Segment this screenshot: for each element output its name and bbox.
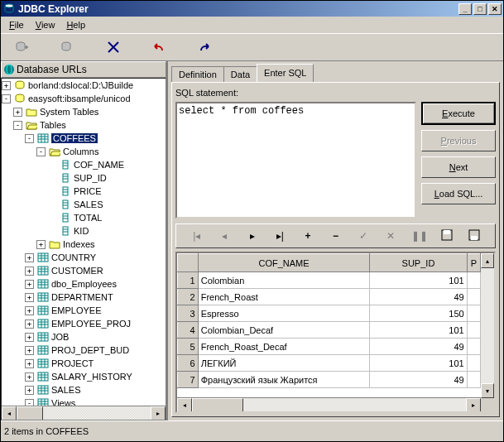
expand-toggle[interactable]: +	[25, 280, 34, 289]
table-row[interactable]: 2French_Roast49	[178, 289, 481, 305]
close-button[interactable]: ✕	[488, 3, 502, 15]
svg-rect-50	[38, 306, 48, 315]
right-pane: Definition Data Enter SQL SQL statement:…	[168, 61, 503, 420]
expand-toggle[interactable]: +	[25, 267, 34, 276]
tab-definition[interactable]: Definition	[171, 66, 224, 82]
tree-view[interactable]: +borland:dslocal:D:\JBuilde-easysoft:ibs…	[2, 79, 166, 406]
tab-enter-sql[interactable]: Enter SQL	[257, 64, 314, 82]
menu-file[interactable]: File	[4, 18, 29, 31]
tree-coffees[interactable]: -COFFEES	[2, 132, 166, 145]
next-button[interactable]: Next	[421, 156, 496, 178]
previous-button[interactable]: Previous	[421, 130, 496, 151]
svg-rect-91	[444, 230, 450, 234]
nav-post-icon[interactable]: ✓	[356, 230, 371, 242]
tree-customer[interactable]: +CUSTOMER	[2, 264, 166, 277]
tree-hscrollbar[interactable]: ◂▸	[2, 406, 166, 420]
tree-indexes[interactable]: +Indexes	[2, 238, 166, 251]
tab-data[interactable]: Data	[223, 66, 257, 82]
tree-col-sup_id[interactable]: SUP_ID	[2, 171, 166, 185]
table-row[interactable]: 3Espresso150	[178, 305, 481, 322]
svg-rect-65	[38, 346, 48, 354]
expand-toggle[interactable]: +	[2, 81, 11, 90]
tree-columns[interactable]: -Columns	[2, 145, 166, 158]
redo-icon[interactable]	[188, 36, 221, 58]
tree-db1[interactable]: +borland:dslocal:D:\JBuilde	[2, 79, 166, 92]
nav-next-icon[interactable]: ▸	[245, 230, 260, 242]
grid-col-SUP_ID[interactable]: SUP_ID	[370, 254, 467, 272]
expand-toggle[interactable]: +	[25, 372, 34, 382]
svg-rect-27	[63, 227, 68, 235]
nav-prev-icon[interactable]: ◂	[217, 230, 232, 242]
svg-rect-80	[38, 386, 48, 394]
minimize-button[interactable]: _	[458, 3, 472, 15]
tree-project[interactable]: +PROJECT	[2, 357, 166, 370]
nav-cancel-icon[interactable]: ✕	[383, 230, 398, 242]
nav-delete-icon[interactable]: −	[328, 230, 343, 242]
menu-help[interactable]: Help	[61, 18, 90, 31]
tree-col-total[interactable]: TOTAL	[2, 211, 166, 224]
tree-sales[interactable]: +SALES	[2, 383, 166, 396]
tree-country[interactable]: +COUNTRY	[2, 251, 166, 264]
tree-col-kid[interactable]: KID	[2, 224, 166, 238]
expand-toggle[interactable]: -	[2, 94, 11, 103]
svg-rect-60	[38, 333, 48, 341]
expand-toggle[interactable]: -	[36, 147, 46, 156]
tree-employee_proj[interactable]: +EMPLOYEE_PROJ	[2, 317, 166, 330]
expand-toggle[interactable]: +	[25, 359, 34, 368]
expand-toggle[interactable]: +	[25, 293, 34, 302]
expand-toggle[interactable]: +	[13, 108, 22, 117]
grid-col-P[interactable]: P	[467, 254, 480, 272]
expand-toggle[interactable]: +	[25, 306, 34, 315]
tree-systables[interactable]: +System Tables	[2, 105, 166, 118]
nav-first-icon[interactable]: |◂	[190, 230, 204, 242]
table-row[interactable]: 4Colombian_Decaf101	[178, 322, 481, 339]
grid-vscrollbar[interactable]: ▴▾	[481, 253, 494, 398]
svg-rect-30	[38, 253, 48, 262]
results-grid[interactable]: COF_NAMESUP_IDP 1Colombian1012French_Roa…	[175, 252, 496, 413]
tree-dbo_employees[interactable]: +dbo_Employees	[2, 277, 166, 291]
svg-rect-21	[63, 200, 68, 209]
nav-refresh-icon[interactable]	[467, 229, 482, 243]
table-row[interactable]: 1Colombian101	[178, 272, 481, 289]
expand-toggle[interactable]: +	[25, 386, 34, 395]
maximize-button[interactable]: □	[473, 3, 487, 15]
table-row[interactable]: 5French_Roast_Decaf49	[178, 339, 481, 355]
tree-job[interactable]: +JOB	[2, 330, 166, 344]
sql-textarea[interactable]: select * from coffees	[175, 102, 416, 219]
nav-insert-icon[interactable]: +	[300, 230, 315, 242]
expand-toggle[interactable]: +	[36, 240, 46, 249]
undo-icon[interactable]	[142, 36, 175, 58]
svg-rect-15	[63, 174, 68, 182]
tree-col-price[interactable]: PRICE	[2, 185, 166, 198]
db-open-icon[interactable]	[6, 36, 39, 58]
execute-button[interactable]: Execute	[421, 102, 496, 125]
tree-col-cof_name[interactable]: COF_NAME	[2, 158, 166, 171]
grid-col-COF_NAME[interactable]: COF_NAME	[198, 254, 370, 272]
db-refresh-icon[interactable]	[51, 36, 84, 58]
expand-toggle[interactable]: +	[25, 346, 34, 355]
delete-icon[interactable]	[97, 36, 130, 58]
grid-corner[interactable]	[178, 254, 199, 272]
menu-view[interactable]: View	[31, 18, 60, 31]
tree-db2[interactable]: -easysoft:ibsample/unicod	[2, 92, 166, 105]
tree-col-sales[interactable]: SALES	[2, 198, 166, 211]
expand-toggle[interactable]: -	[13, 121, 22, 130]
expand-toggle[interactable]: +	[25, 253, 34, 262]
load-sql-button[interactable]: Load SQL...	[421, 183, 496, 204]
nav-last-icon[interactable]: ▸|	[272, 230, 287, 242]
nav-pause-icon[interactable]: ❚❚	[411, 230, 426, 242]
expand-toggle[interactable]: +	[25, 319, 34, 329]
table-row[interactable]: 7Французский язык Жарится49	[178, 372, 481, 388]
tree-tables[interactable]: -Tables	[2, 118, 166, 132]
nav-save-icon[interactable]	[439, 229, 454, 243]
expand-toggle[interactable]: +	[25, 333, 34, 342]
grid-hscrollbar[interactable]: ◂▸	[177, 397, 481, 411]
tree-employee[interactable]: +EMPLOYEE	[2, 304, 166, 317]
tree-proj_dept_bud[interactable]: +PROJ_DEPT_BUD	[2, 344, 166, 357]
app-icon	[2, 2, 16, 16]
tree-salary_history[interactable]: +SALARY_HISTORY	[2, 370, 166, 383]
table-row[interactable]: 6ЛЕГКИЙ101	[178, 355, 481, 372]
expand-toggle[interactable]: -	[25, 134, 34, 143]
tree-department[interactable]: +DEPARTMENT	[2, 291, 166, 304]
svg-rect-55	[38, 319, 48, 328]
